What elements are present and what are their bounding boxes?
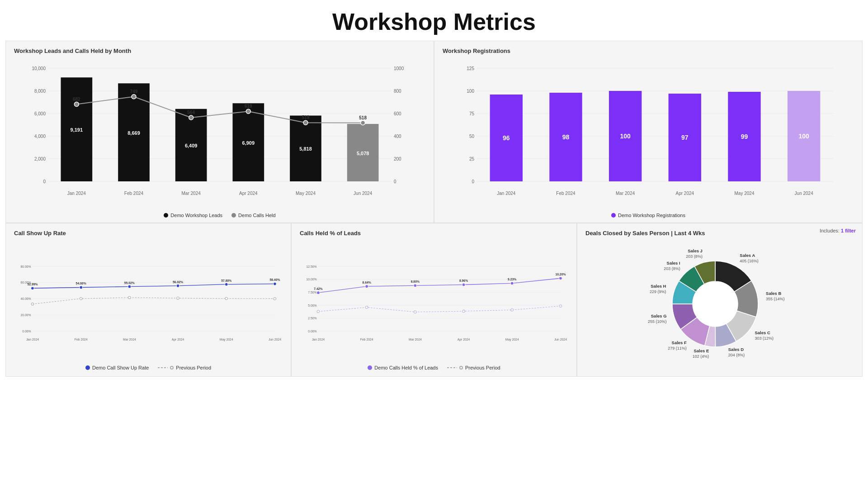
svg-text:Sales F: Sales F xyxy=(672,340,687,345)
svg-text:55.02%: 55.02% xyxy=(124,281,135,284)
panel-leads-calls: Workshop Leads and Calls Held by Month 0… xyxy=(5,41,434,223)
svg-text:12.50%: 12.50% xyxy=(306,265,316,268)
svg-text:6,000: 6,000 xyxy=(34,111,46,116)
svg-text:303 (12%): 303 (12%) xyxy=(755,336,774,340)
svg-point-93 xyxy=(274,298,276,300)
page-title: Workshop Metrics xyxy=(0,0,868,41)
panel-calls-pct: Calls Held % of Leads 0.00%2.50%5.00%7.5… xyxy=(291,223,577,377)
svg-text:0.00%: 0.00% xyxy=(22,330,31,333)
svg-text:8.64%: 8.64% xyxy=(362,281,371,284)
svg-text:Sales D: Sales D xyxy=(728,347,744,352)
svg-point-42 xyxy=(246,109,250,114)
svg-point-127 xyxy=(462,310,465,312)
svg-point-97 xyxy=(80,286,83,289)
svg-text:75: 75 xyxy=(469,111,475,116)
svg-text:20.00%: 20.00% xyxy=(20,313,31,317)
svg-text:Apr 2024: Apr 2024 xyxy=(239,191,258,196)
svg-text:0: 0 xyxy=(394,179,396,184)
svg-text:Jun 2024: Jun 2024 xyxy=(354,191,373,196)
svg-text:5,078: 5,078 xyxy=(357,151,369,156)
svg-text:54.00%: 54.00% xyxy=(76,282,86,285)
svg-text:4,000: 4,000 xyxy=(34,134,46,139)
svg-point-128 xyxy=(511,309,513,311)
svg-text:6,409: 6,409 xyxy=(185,143,198,148)
panel5-title: Deals Closed by Sales Person | Last 4 Wk… xyxy=(585,230,854,237)
svg-text:Sales C: Sales C xyxy=(755,330,770,335)
svg-text:102 (4%): 102 (4%) xyxy=(693,354,709,359)
panel-showup-rate: Call Show Up Rate 0.00%20.00%40.00%60.00… xyxy=(5,223,291,377)
svg-text:749: 749 xyxy=(130,89,138,94)
dashboard-grid: Workshop Leads and Calls Held by Month 0… xyxy=(0,41,868,382)
svg-point-100 xyxy=(128,285,131,288)
svg-text:Jun 2024: Jun 2024 xyxy=(554,338,567,341)
svg-text:58.40%: 58.40% xyxy=(269,278,280,281)
svg-text:Sales I: Sales I xyxy=(667,260,680,265)
panel-deals-closed: Deals Closed by Sales Person | Last 4 Wk… xyxy=(577,223,863,377)
svg-text:Feb 2024: Feb 2024 xyxy=(360,338,373,341)
svg-text:May 2024: May 2024 xyxy=(220,338,233,341)
svg-text:Mar 2024: Mar 2024 xyxy=(616,191,635,196)
svg-text:6,909: 6,909 xyxy=(242,140,255,146)
chart3-area: 0.00%20.00%40.00%60.00%80.00%52.99%Jan 2… xyxy=(14,239,283,363)
svg-point-88 xyxy=(31,303,33,305)
svg-text:Mar 2024: Mar 2024 xyxy=(123,338,136,341)
chart1-area: 02,0004,0006,0008,00010,0000200400600800… xyxy=(14,57,425,211)
svg-text:Sales H: Sales H xyxy=(651,283,666,288)
svg-text:Sales B: Sales B xyxy=(766,291,781,296)
svg-text:40.00%: 40.00% xyxy=(20,297,31,300)
svg-point-142 xyxy=(510,282,514,285)
svg-text:9,191: 9,191 xyxy=(71,127,83,133)
svg-text:405 (16%): 405 (16%) xyxy=(740,258,759,263)
svg-text:7.50%: 7.50% xyxy=(308,291,316,294)
svg-point-106 xyxy=(225,283,228,286)
filter-link[interactable]: 1 filter xyxy=(841,228,856,233)
legend-leads: Demo Workshop Leads xyxy=(164,213,222,218)
svg-text:Jan 2024: Jan 2024 xyxy=(497,191,516,196)
svg-text:518: 518 xyxy=(359,115,367,120)
svg-text:Sales J: Sales J xyxy=(688,248,703,253)
svg-point-125 xyxy=(365,306,368,308)
svg-text:56.02%: 56.02% xyxy=(173,280,183,284)
svg-point-90 xyxy=(128,296,131,298)
svg-point-124 xyxy=(317,310,319,313)
svg-text:800: 800 xyxy=(394,89,401,94)
donut-wrapper: Sales A405 (16%)Sales B355 (14%)Sales C3… xyxy=(585,239,854,368)
svg-text:Sales E: Sales E xyxy=(694,348,709,353)
panel-registrations: Workshop Registrations 025507510012596Ja… xyxy=(434,41,863,223)
svg-point-136 xyxy=(414,284,417,287)
chart4-legend: Demo Calls Held % of Leads Previous Peri… xyxy=(300,365,568,370)
bottom-row: Call Show Up Rate 0.00%20.00%40.00%60.00… xyxy=(5,223,863,377)
svg-text:619: 619 xyxy=(245,104,252,109)
svg-text:7.42%: 7.42% xyxy=(314,287,322,290)
svg-text:5,818: 5,818 xyxy=(299,146,312,152)
svg-text:2.50%: 2.50% xyxy=(308,317,316,320)
svg-text:355 (14%): 355 (14%) xyxy=(766,297,785,301)
svg-point-89 xyxy=(80,297,82,299)
svg-text:200: 200 xyxy=(394,156,401,161)
svg-text:Jan 2024: Jan 2024 xyxy=(312,338,325,341)
svg-point-103 xyxy=(176,284,179,287)
svg-text:8,669: 8,669 xyxy=(127,130,140,136)
svg-point-36 xyxy=(74,102,79,107)
legend-showup-previous: Previous Period xyxy=(158,365,211,370)
svg-point-139 xyxy=(462,283,465,286)
svg-text:Sales A: Sales A xyxy=(740,252,755,257)
svg-text:204 (8%): 204 (8%) xyxy=(728,353,745,357)
svg-text:0: 0 xyxy=(472,179,474,184)
svg-text:10.20%: 10.20% xyxy=(555,273,566,276)
svg-text:400: 400 xyxy=(394,134,401,139)
svg-text:57.80%: 57.80% xyxy=(221,279,231,282)
svg-text:100: 100 xyxy=(467,89,474,94)
svg-text:0.00%: 0.00% xyxy=(308,330,316,333)
svg-text:10.00%: 10.00% xyxy=(306,278,316,281)
legend-registrations: Demo Workshop Registrations xyxy=(611,213,685,218)
svg-text:125: 125 xyxy=(467,66,474,71)
chart3-legend: Demo Call Show Up Rate Previous Period xyxy=(14,365,283,370)
svg-text:279 (11%): 279 (11%) xyxy=(668,346,687,350)
legend-callspct-current: Demo Calls Held % of Leads xyxy=(368,365,438,370)
panel3-title: Call Show Up Rate xyxy=(14,230,283,237)
svg-text:9.23%: 9.23% xyxy=(508,278,516,281)
svg-text:8.80%: 8.80% xyxy=(411,280,420,283)
svg-text:5.00%: 5.00% xyxy=(308,304,316,307)
svg-point-91 xyxy=(177,297,179,299)
